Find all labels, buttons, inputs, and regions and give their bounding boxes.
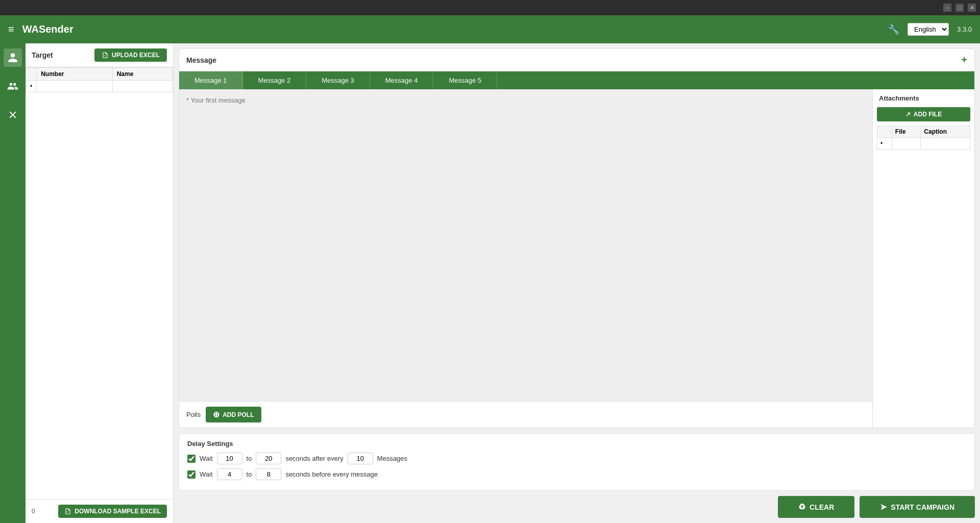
delay-seconds-label-1: seconds after every [285,455,343,462]
header: ≡ WASender 🔧 English 3.3.0 [0,15,980,43]
table-header-bullet [26,68,37,81]
contacts-table-wrap: Number Name • [26,67,173,499]
delay-messages-label-1: Messages [377,455,407,462]
tab-message2[interactable]: Message 2 [243,71,307,89]
delay-to-label-1: to [247,455,252,462]
row-count: 0 [32,508,35,515]
delay-settings: Delay Settings Wait to seconds after eve… [179,433,975,491]
app-title: WASender [22,23,880,35]
delay-wait-label-1: Wait [200,455,213,462]
delay-checkbox-2[interactable] [187,470,195,479]
language-select[interactable]: English [908,23,949,36]
menu-icon[interactable]: ≡ [8,23,14,35]
left-panel-footer: 0 DOWNLOAD SAMPLE EXCEL [26,499,173,523]
add-file-button[interactable]: ↗ ADD FILE [877,107,970,121]
bottom-actions: ♻ CLEAR ➤ START CAMPAIGN [179,496,975,518]
target-tab-label: Target [32,51,53,59]
delay-every-input-1[interactable] [348,453,373,464]
delay-to-input-1[interactable] [256,453,281,464]
add-tab-button[interactable]: + [961,54,967,66]
external-link-icon: ↗ [905,111,911,118]
delay-from-input-1[interactable] [217,453,242,464]
sidebar [0,43,26,523]
titlebar: − □ ✕ [0,0,980,15]
tab-message3[interactable]: Message 3 [306,71,370,89]
delay-from-input-2[interactable] [217,468,242,480]
delay-to-input-2[interactable] [256,468,281,480]
tab-message4[interactable]: Message 4 [370,71,434,89]
add-poll-button[interactable]: ⊕ ADD POLL [206,407,261,422]
polls-bar: Polls ⊕ ADD POLL [179,401,872,428]
maximize-button[interactable]: □ [955,4,964,12]
contacts-table: Number Name • [26,67,173,92]
left-panel-header: Target UPLOAD EXCEL [26,43,173,67]
attachments-panel: Attachments ↗ ADD FILE File Caption [872,89,974,428]
delay-wait-label-2: Wait [200,470,213,478]
left-panel: Target UPLOAD EXCEL Number Name [26,43,174,523]
att-table-row: • [877,138,970,150]
version-label: 3.3.0 [957,26,972,33]
send-icon: ➤ [880,502,887,512]
att-header-caption: Caption [921,126,970,138]
plus-circle-icon: ⊕ [213,410,219,419]
table-header-name: Name [112,68,173,81]
excel-icon [102,52,109,59]
download-excel-icon [64,508,71,515]
attachments-table-wrap: File Caption • [873,126,974,428]
delay-seconds-label-2: seconds before every message [285,470,378,478]
delay-to-label-2: to [247,470,252,478]
header-tools: 🔧 English 3.3.0 [888,23,972,36]
message-panel-header: Message + [179,49,974,71]
minimize-button[interactable]: − [943,4,951,12]
attachments-header: Attachments [873,89,974,107]
sidebar-item-group[interactable] [4,77,22,95]
tab-message5[interactable]: Message 5 [433,71,497,89]
refresh-icon: ♻ [798,502,805,512]
att-header-bullet [877,126,892,138]
message-textarea[interactable] [179,89,872,401]
attachments-table: File Caption • [877,126,970,150]
download-sample-button[interactable]: DOWNLOAD SAMPLE EXCEL [58,505,167,518]
delay-row-1: Wait to seconds after every Messages [187,453,966,464]
message-panel-title: Message [186,56,216,64]
message-body: Polls ⊕ ADD POLL Attachments ↗ ADD FILE [179,89,974,428]
upload-excel-button[interactable]: UPLOAD EXCEL [94,48,167,62]
start-campaign-button[interactable]: ➤ START CAMPAIGN [860,496,975,518]
delay-settings-title: Delay Settings [187,440,966,447]
main-layout: Target UPLOAD EXCEL Number Name [0,43,980,523]
polls-label: Polls [186,411,201,418]
sidebar-item-tools[interactable] [4,106,22,124]
message-panel: Message + Message 1 Message 2 Message 3 … [179,48,975,428]
clear-button[interactable]: ♻ CLEAR [778,496,854,518]
delay-checkbox-1[interactable] [187,455,195,463]
tab-message1[interactable]: Message 1 [179,71,243,89]
table-header-number: Number [37,68,112,81]
delay-row-2: Wait to seconds before every message [187,468,966,480]
sidebar-item-person[interactable] [4,48,22,67]
table-row: • [26,81,173,92]
att-header-file: File [892,126,920,138]
right-content: Message + Message 1 Message 2 Message 3 … [174,43,980,523]
message-textarea-wrap: Polls ⊕ ADD POLL [179,89,872,428]
wrench-icon[interactable]: 🔧 [888,24,899,35]
message-tabs: Message 1 Message 2 Message 3 Message 4 … [179,71,974,89]
close-button[interactable]: ✕ [968,4,976,12]
